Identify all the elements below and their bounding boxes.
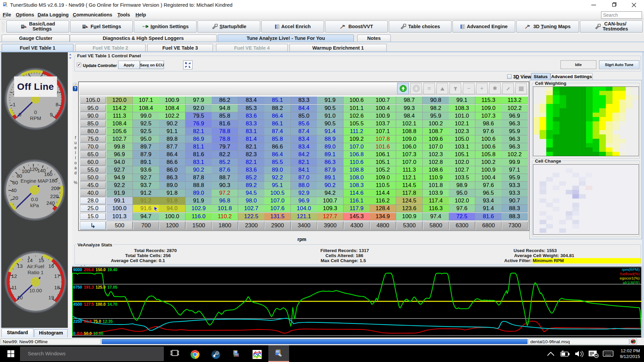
svg-text:1: 1 <box>13 102 15 107</box>
svg-text:18: 18 <box>54 285 60 290</box>
svg-text:10.00: 10.00 <box>29 288 42 293</box>
svg-text:100.0: 100.0 <box>96 302 106 307</box>
svg-text:11: 11 <box>11 285 17 290</box>
svg-text:rpm(RPM): rpm(RPM) <box>622 267 640 272</box>
svg-text:240: 240 <box>46 200 55 206</box>
svg-text:50.0: 50.0 <box>84 331 92 336</box>
svg-text:egocor1(%): egocor1(%) <box>620 276 640 280</box>
svg-text:120: 120 <box>29 166 38 172</box>
svg-text:8: 8 <box>56 102 58 107</box>
svg-text:2250: 2250 <box>73 319 82 324</box>
svg-text:4500: 4500 <box>73 302 82 307</box>
svg-text:0: 0 <box>73 331 75 336</box>
svg-text:17: 17 <box>54 273 60 279</box>
svg-text:Engine MAP: Engine MAP <box>20 178 48 184</box>
svg-text:0.0: 0.0 <box>31 196 38 202</box>
svg-text:12.35: 12.35 <box>103 319 113 324</box>
svg-text:160: 160 <box>44 171 52 177</box>
svg-text:125.0: 125.0 <box>96 285 106 290</box>
svg-text:19: 19 <box>48 295 54 300</box>
svg-text:14.70: 14.70 <box>107 302 117 307</box>
svg-text:19.40: 19.40 <box>107 267 117 272</box>
svg-text:13: 13 <box>17 263 23 269</box>
svg-text:20: 20 <box>13 195 18 201</box>
svg-text:127.5: 127.5 <box>84 302 94 307</box>
svg-text:afr1(AFR): afr1(AFR) <box>623 281 640 285</box>
svg-text:12: 12 <box>11 273 17 279</box>
svg-text:131: 131 <box>276 351 279 353</box>
svg-text:10.00: 10.00 <box>93 331 103 336</box>
svg-text:40: 40 <box>11 187 17 193</box>
svg-text:0: 0 <box>34 109 37 115</box>
svg-text:Ratio 1: Ratio 1 <box>28 269 44 275</box>
svg-text:17.05: 17.05 <box>107 285 117 290</box>
svg-text:75.0: 75.0 <box>93 319 101 324</box>
svg-text:0.0: 0.0 <box>77 331 83 336</box>
svg-text:100: 100 <box>21 168 30 174</box>
svg-text:RPM: RPM <box>30 115 41 121</box>
svg-text:180: 180 <box>49 178 57 183</box>
svg-text:60: 60 <box>12 180 18 185</box>
svg-text:Air:Fuel: Air:Fuel <box>27 263 44 269</box>
svg-text:255.0: 255.0 <box>84 267 94 272</box>
svg-text:kPa: kPa <box>30 202 39 208</box>
svg-text:63.8: 63.8 <box>84 319 92 324</box>
svg-text:9000: 9000 <box>73 267 82 272</box>
svg-text:6750: 6750 <box>73 285 82 290</box>
svg-text:220: 220 <box>50 193 59 199</box>
svg-text:fuelload(%): fuelload(%) <box>620 272 640 276</box>
svg-text:191.3: 191.3 <box>84 285 94 290</box>
svg-text:16: 16 <box>48 263 54 269</box>
svg-text:200: 200 <box>51 185 59 191</box>
svg-text:150.0: 150.0 <box>96 267 106 272</box>
svg-text:9: 9 <box>50 112 53 117</box>
